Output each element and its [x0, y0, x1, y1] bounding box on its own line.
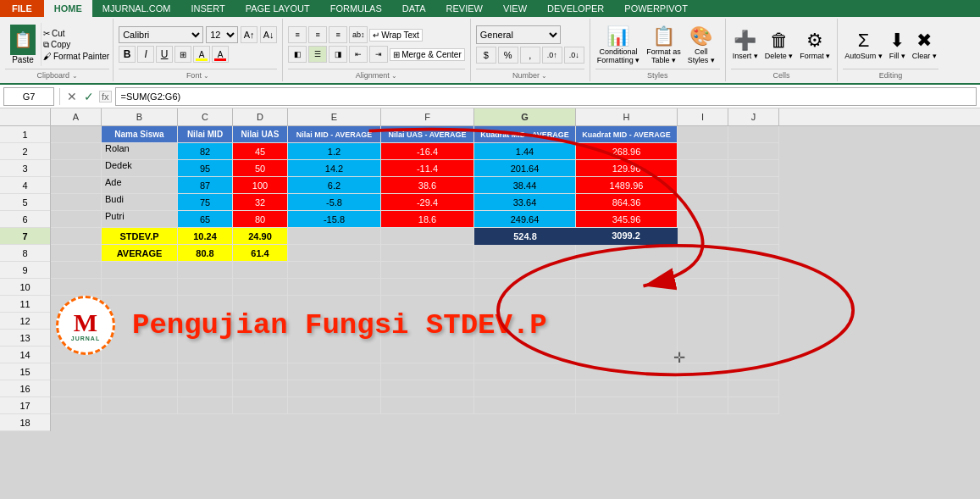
- cell-f7[interactable]: [381, 228, 474, 245]
- cell-a6[interactable]: [51, 211, 102, 228]
- confirm-formula-icon[interactable]: ✓: [82, 90, 96, 103]
- indent-increase[interactable]: ⇥: [369, 46, 388, 63]
- fill-color-button[interactable]: A: [193, 46, 210, 63]
- cell-j1[interactable]: [728, 126, 779, 143]
- align-right[interactable]: ◨: [329, 46, 347, 63]
- decrease-decimal[interactable]: .0↓: [564, 47, 584, 64]
- cell-h8[interactable]: [576, 245, 678, 262]
- row-num-17[interactable]: 17: [0, 397, 50, 414]
- autosum-button[interactable]: Σ AutoSum ▾: [843, 28, 884, 62]
- cell-h7[interactable]: 3099.2: [576, 228, 678, 245]
- row-num-12[interactable]: 12: [0, 313, 50, 330]
- tab-powerpivot[interactable]: POWERPIVOT: [614, 0, 698, 17]
- cell-h4[interactable]: 1489.96: [576, 177, 678, 194]
- cell-d6[interactable]: 80: [233, 211, 288, 228]
- decrease-font-button[interactable]: A↓: [260, 26, 277, 43]
- align-top-center[interactable]: ≡: [308, 26, 327, 43]
- cell-b1[interactable]: Nama Siswa: [102, 126, 178, 143]
- cell-j5[interactable]: [728, 194, 779, 211]
- cell-b7[interactable]: STDEV.P: [102, 228, 178, 245]
- conditional-formatting-button[interactable]: 📊 Conditional Formatting ▾: [595, 24, 642, 66]
- cell-h6[interactable]: 345.96: [576, 211, 678, 228]
- cell-e4[interactable]: 6.2: [288, 177, 381, 194]
- cell-reference[interactable]: [3, 87, 54, 106]
- cell-c2[interactable]: 82: [178, 143, 233, 160]
- row-num-14[interactable]: 14: [0, 347, 50, 363]
- text-direction-button[interactable]: ab↕: [349, 26, 368, 43]
- cell-a5[interactable]: [51, 194, 102, 211]
- tab-developer[interactable]: DEVELOPER: [537, 0, 614, 17]
- cell-c3[interactable]: 95: [178, 160, 233, 177]
- cell-d2[interactable]: 45: [233, 143, 288, 160]
- cell-d8[interactable]: 61.4: [233, 245, 288, 262]
- cell-i1[interactable]: [678, 126, 728, 143]
- cell-c4[interactable]: 87: [178, 177, 233, 194]
- cell-d4[interactable]: 100: [233, 177, 288, 194]
- cell-h2[interactable]: 268.96: [576, 143, 678, 160]
- row-num-18[interactable]: 18: [0, 414, 50, 431]
- cell-a1[interactable]: [51, 126, 102, 143]
- font-size-select[interactable]: 12: [206, 26, 238, 43]
- cell-d3[interactable]: 50: [233, 160, 288, 177]
- tab-insert[interactable]: INSERT: [181, 0, 235, 17]
- col-header-i[interactable]: I: [678, 108, 728, 125]
- cell-e8[interactable]: [288, 245, 381, 262]
- cell-c7[interactable]: 10.24: [178, 228, 233, 245]
- cell-i6[interactable]: [678, 211, 728, 228]
- cell-e2[interactable]: 1.2: [288, 143, 381, 160]
- col-header-b[interactable]: B: [102, 108, 178, 125]
- cell-d5[interactable]: 32: [233, 194, 288, 211]
- align-top-right[interactable]: ≡: [329, 26, 347, 43]
- cell-g8[interactable]: [474, 245, 576, 262]
- cell-i7[interactable]: [678, 228, 728, 245]
- tab-formulas[interactable]: FORMULAS: [320, 0, 392, 17]
- currency-button[interactable]: $: [476, 47, 496, 64]
- format-as-table-button[interactable]: 📋 Format as Table ▾: [645, 24, 683, 66]
- cell-g4[interactable]: 38.44: [474, 177, 576, 194]
- cell-f4[interactable]: 38.6: [381, 177, 474, 194]
- cell-g5[interactable]: 33.64: [474, 194, 576, 211]
- cell-b8[interactable]: AVERAGE: [102, 245, 178, 262]
- merge-center-button[interactable]: ⊞ Merge & Center: [390, 48, 465, 61]
- cell-f2[interactable]: -16.4: [381, 143, 474, 160]
- tab-view[interactable]: VIEW: [493, 0, 537, 17]
- cell-i3[interactable]: [678, 160, 728, 177]
- col-header-f[interactable]: F: [381, 108, 474, 125]
- cell-h1[interactable]: Kuadrat MID - AVERAGE: [576, 126, 678, 143]
- cell-a3[interactable]: [51, 160, 102, 177]
- cell-a7[interactable]: [51, 228, 102, 245]
- cell-e1[interactable]: Nilai MID - AVERAGE: [288, 126, 381, 143]
- cell-c5[interactable]: 75: [178, 194, 233, 211]
- fill-button[interactable]: ⬇ Fill ▾: [888, 28, 907, 62]
- align-left[interactable]: ◧: [288, 46, 307, 63]
- col-header-a[interactable]: A: [51, 108, 102, 125]
- cell-f3[interactable]: -11.4: [381, 160, 474, 177]
- cell-g7[interactable]: 524.8: [474, 228, 576, 245]
- insert-button[interactable]: ➕ Insert ▾: [731, 28, 760, 62]
- underline-button[interactable]: U: [156, 46, 173, 63]
- cell-f8[interactable]: [381, 245, 474, 262]
- row-num-2[interactable]: 2: [0, 143, 50, 160]
- cell-styles-button[interactable]: 🎨 Cell Styles ▾: [686, 24, 717, 66]
- tab-file[interactable]: FILE: [0, 0, 44, 17]
- tab-page-layout[interactable]: PAGE LAYOUT: [235, 0, 320, 17]
- formula-input[interactable]: [115, 87, 977, 106]
- row-num-11[interactable]: 11: [0, 296, 50, 313]
- row-num-6[interactable]: 6: [0, 211, 50, 228]
- cell-j4[interactable]: [728, 177, 779, 194]
- increase-decimal[interactable]: .0↑: [542, 47, 562, 64]
- align-top-left[interactable]: ≡: [288, 26, 307, 43]
- col-header-j[interactable]: J: [728, 108, 779, 125]
- format-button[interactable]: ⚙ Format ▾: [798, 28, 832, 62]
- cell-d1[interactable]: Nilai UAS: [233, 126, 288, 143]
- col-header-c[interactable]: C: [178, 108, 233, 125]
- tab-data[interactable]: DATA: [392, 0, 436, 17]
- row-num-5[interactable]: 5: [0, 194, 50, 211]
- tab-review[interactable]: REVIEW: [436, 0, 493, 17]
- cell-j8[interactable]: [728, 245, 779, 262]
- cell-i4[interactable]: [678, 177, 728, 194]
- cell-j2[interactable]: [728, 143, 779, 160]
- row-num-10[interactable]: 10: [0, 279, 50, 296]
- cell-e7[interactable]: [288, 228, 381, 245]
- cell-a8[interactable]: [51, 245, 102, 262]
